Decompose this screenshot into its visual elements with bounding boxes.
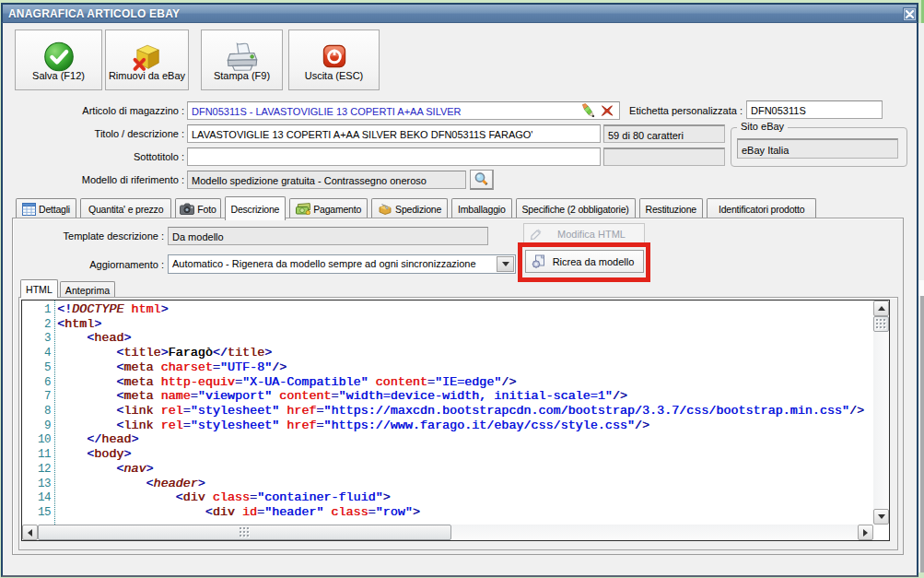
- screen: ANAGRAFICA ARTICOLO EBAY Salva (F12): [0, 0, 924, 578]
- vscroll-thumb[interactable]: [873, 316, 889, 332]
- exit-power-icon: [318, 40, 351, 75]
- code-line: 8 <link rel="stylesheet" href="https://m…: [22, 404, 871, 419]
- hscroll-thumb[interactable]: [38, 525, 451, 540]
- tab-descrizione-label: Descrizione: [231, 204, 280, 215]
- annotation-red-rectangle: [518, 242, 650, 282]
- sottotitolo-field[interactable]: [187, 147, 601, 166]
- titolo-field[interactable]: LAVASTOVIGLIE 13 COPERTI A+AA SILVER BEK…: [187, 124, 601, 143]
- tab-descrizione[interactable]: Descrizione: [225, 196, 287, 220]
- code-line: 1<!DOCTYPE html>: [22, 302, 871, 317]
- code-line: 10 </head>: [22, 432, 871, 447]
- sottotitolo-aux-box: [603, 147, 725, 166]
- subtab-html[interactable]: HTML: [20, 279, 58, 298]
- search-icon: [474, 171, 489, 187]
- remove-ebay-button[interactable]: Rimuovi da eBay: [105, 29, 189, 90]
- tab-imballaggio[interactable]: Imballaggio: [451, 198, 512, 218]
- tab-restituzione[interactable]: Restituzione: [639, 198, 703, 218]
- subtab-anteprima[interactable]: Anteprima: [60, 281, 115, 298]
- tab-foto[interactable]: Foto: [175, 198, 220, 218]
- tab-foto-label: Foto: [197, 204, 216, 215]
- scroll-down-button[interactable]: [873, 509, 889, 525]
- line-number: 8: [22, 405, 51, 419]
- main-tab-strip: Dettagli Quantita' e prezzo Foto Descriz…: [16, 197, 816, 218]
- close-icon: [906, 10, 914, 18]
- arrow-right-icon: [863, 529, 868, 537]
- scroll-right-button[interactable]: [858, 525, 873, 540]
- code-line: 4 <title>Faragò</title>: [22, 346, 871, 360]
- etichetta-field[interactable]: DFN05311S: [746, 100, 883, 119]
- printer-icon: [225, 40, 260, 77]
- line-number: 3: [22, 332, 51, 347]
- clear-article-icon[interactable]: [600, 103, 614, 120]
- scroll-left-button[interactable]: [22, 525, 38, 540]
- editor-vscrollbar[interactable]: [873, 301, 889, 525]
- articolo-label: Articolo di magazzino :: [0, 101, 184, 120]
- line-number: 12: [22, 463, 51, 478]
- articolo-value: DFN05311S - LAVASTOVIGLIE 13 COPERTI A+A…: [192, 106, 462, 117]
- articolo-field[interactable]: DFN05311S - LAVASTOVIGLIE 13 COPERTI A+A…: [187, 101, 620, 120]
- line-number: 5: [22, 361, 51, 376]
- tab-identificatori[interactable]: Identificatori prodotto: [707, 198, 816, 218]
- code-line: 12 <nav>: [22, 462, 871, 477]
- line-number: 11: [22, 448, 51, 463]
- search-model-button[interactable]: [470, 170, 494, 190]
- code-line: 11 <body>: [22, 447, 871, 462]
- etichetta-label: Etichetta personalizzata :: [623, 101, 743, 120]
- code-line: 5 <meta charset="UTF-8"/>: [22, 360, 871, 375]
- line-number: 1: [22, 303, 51, 318]
- code-lines[interactable]: 1<!DOCTYPE html>2<html>3 <head>4 <title>…: [22, 302, 871, 524]
- line-number: 7: [22, 390, 51, 405]
- print-button[interactable]: Stampa (F9): [201, 29, 283, 90]
- combo-dropdown-button[interactable]: [497, 256, 514, 272]
- background-window-notch: [918, 280, 924, 296]
- subtab-anteprima-label: Anteprima: [65, 285, 110, 296]
- code-line: 7 <meta name="viewport" content="width=d…: [22, 389, 871, 404]
- char-counter: 59 di 80 caratteri: [603, 124, 725, 143]
- modifica-html-label: Modifica HTML: [543, 229, 640, 240]
- aggiornamento-value: Automatico - Rigenera da modello sempre …: [172, 258, 476, 269]
- arrow-up-icon: [878, 306, 885, 311]
- modello-field[interactable]: Modello spedizione gratuita - Contrasseg…: [187, 171, 466, 189]
- line-number: 15: [22, 506, 51, 521]
- gutter-separator: [54, 301, 55, 525]
- edit-pencil-icon[interactable]: [579, 103, 595, 121]
- template-field[interactable]: Da modello: [168, 227, 488, 245]
- line-number: 2: [22, 318, 51, 333]
- code-line: 3 <head>: [22, 331, 871, 346]
- save-button[interactable]: Salva (F12): [15, 29, 102, 90]
- line-number: 14: [22, 491, 51, 506]
- tab-spedizione[interactable]: Spedizione: [371, 198, 448, 218]
- chevron-down-icon: [502, 262, 509, 266]
- tab-pagamento[interactable]: Pagamento: [289, 198, 368, 218]
- tab-dettagli[interactable]: Dettagli: [16, 198, 76, 218]
- tab-quantita-prezzo-label: Quantita' e prezzo: [88, 204, 163, 215]
- background-window-strip-dark: [920, 296, 924, 572]
- window-title: ANAGRAFICA ARTICOLO EBAY: [8, 7, 180, 20]
- line-number: 10: [22, 433, 51, 448]
- sito-ebay-field: eBay Italia: [737, 138, 898, 159]
- tab-imballaggio-label: Imballaggio: [458, 204, 506, 215]
- exit-button[interactable]: Uscita (ESC): [288, 29, 380, 90]
- vscroll-grip: [876, 319, 887, 330]
- code-line: 14 <div class="container-fluid">: [22, 490, 871, 505]
- line-number: 9: [22, 419, 51, 434]
- arrow-down-icon: [878, 514, 885, 519]
- sub-tab-strip: HTML Anteprima: [20, 280, 115, 298]
- tab-quantita-prezzo[interactable]: Quantita' e prezzo: [80, 198, 171, 218]
- modello-label: Modello di riferimento :: [0, 171, 184, 189]
- remove-box-icon: [130, 40, 165, 77]
- tab-specifiche[interactable]: Specifiche (2 obbligatorie): [516, 198, 636, 218]
- sito-ebay-legend: Sito eBay: [737, 121, 788, 132]
- arrow-left-icon: [28, 529, 32, 537]
- code-line: 6 <meta http-equiv="X-UA-Compatible" con…: [22, 375, 871, 390]
- money-icon: [296, 203, 310, 215]
- scroll-up-button[interactable]: [873, 301, 889, 316]
- package-icon: [378, 203, 392, 215]
- aggiornamento-combo[interactable]: Automatico - Rigenera da modello sempre …: [168, 254, 516, 274]
- table-icon: [22, 203, 36, 216]
- subtab-html-label: HTML: [26, 284, 53, 295]
- close-button[interactable]: [904, 8, 916, 20]
- template-label: Template descrizione :: [0, 227, 164, 245]
- tab-dettagli-label: Dettagli: [39, 204, 70, 215]
- line-number: 6: [22, 376, 51, 391]
